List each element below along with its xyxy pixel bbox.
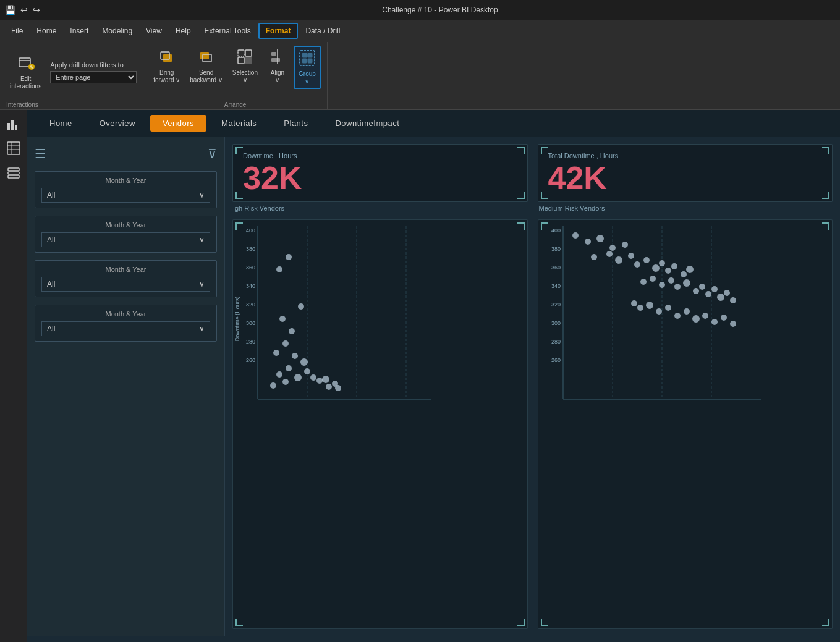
svg-point-104	[711, 286, 718, 292]
redo-icon[interactable]: ↪	[33, 5, 40, 15]
undo-icon[interactable]: ↩	[20, 5, 28, 15]
edit-interactions-button[interactable]: ✎ Editinteractions	[6, 53, 45, 91]
svg-text:340: 340	[551, 283, 560, 289]
menu-view[interactable]: View	[140, 24, 168, 38]
svg-point-117	[711, 319, 718, 325]
svg-point-49	[282, 340, 289, 347]
menu-format[interactable]: Format	[258, 23, 299, 39]
svg-text:260: 260	[551, 357, 560, 363]
edit-interactions-icon: ✎	[17, 54, 35, 75]
svg-text:380: 380	[551, 246, 560, 252]
slicer-1: Month & Year All ∨	[35, 171, 217, 208]
nav-plants[interactable]: Plants	[271, 115, 320, 132]
send-backward-label: Sendbackward ∨	[190, 69, 223, 84]
svg-point-109	[637, 305, 643, 311]
kpi-row: Downtime , Hours 32K Total Downtime , Ho…	[232, 144, 833, 202]
svg-point-116	[702, 313, 708, 319]
svg-rect-17	[308, 53, 312, 57]
send-backward-button[interactable]: Sendbackward ∨	[186, 46, 226, 87]
nav-overview[interactable]: Overview	[87, 115, 148, 132]
slicer-3-select[interactable]: All ∨	[41, 277, 210, 292]
svg-point-63	[326, 384, 332, 390]
svg-text:400: 400	[551, 227, 560, 234]
kpi-downtime-value: 32K	[243, 162, 517, 194]
align-label: Align∨	[271, 69, 284, 84]
sidebar-icon-chart[interactable]	[4, 115, 23, 135]
selection-button[interactable]: Selection∨	[229, 46, 261, 87]
svg-rect-0	[19, 58, 30, 67]
svg-point-82	[622, 242, 628, 248]
slicer-2-select[interactable]: All ∨	[41, 232, 210, 247]
svg-point-101	[693, 288, 699, 294]
dashboard-nav: Home Overview Vendors Materials Plants D…	[27, 110, 840, 137]
svg-point-95	[640, 279, 647, 285]
group-label: Group∨	[299, 70, 316, 85]
edit-interactions-label: Editinteractions	[10, 75, 41, 90]
svg-point-111	[656, 308, 662, 315]
nav-vendors[interactable]: Vendors	[150, 115, 206, 132]
svg-point-110	[646, 302, 653, 309]
slicer-2-title: Month & Year	[41, 221, 210, 229]
arrange-section: Bringforward ∨ Sendbackward ∨	[143, 42, 328, 109]
slicer-3: Month & Year All ∨	[35, 260, 217, 297]
sublabel-high: gh Risk Vendors	[232, 205, 529, 212]
funnel-icon[interactable]: ⊽	[208, 146, 217, 161]
nav-downtime[interactable]: DowntimeImpact	[323, 115, 412, 132]
menu-modeling[interactable]: Modeling	[96, 24, 138, 38]
filter-header: ☰ ⊽	[35, 144, 217, 164]
group-button[interactable]: Group∨	[294, 46, 321, 89]
svg-point-108	[631, 300, 637, 306]
menu-data-drill[interactable]: Data / Drill	[299, 24, 346, 38]
svg-point-119	[730, 321, 736, 327]
kpi-total-value: 42K	[548, 162, 823, 194]
menu-home[interactable]: Home	[30, 24, 62, 38]
interactions-label: Interactions	[6, 99, 137, 108]
menu-file[interactable]: File	[5, 24, 29, 38]
kpi-downtime: Downtime , Hours 32K	[232, 144, 528, 202]
svg-rect-27	[8, 168, 19, 171]
bring-forward-button[interactable]: Bringforward ∨	[150, 46, 184, 87]
svg-point-83	[606, 251, 613, 257]
slicer-4-select[interactable]: All ∨	[41, 321, 210, 336]
svg-text:340: 340	[246, 283, 255, 289]
sidebar-icon-table[interactable]	[4, 138, 23, 158]
svg-rect-14	[271, 58, 280, 62]
arrange-label: Arrange	[224, 99, 247, 108]
nav-home[interactable]: Home	[37, 115, 85, 132]
drill-down-select[interactable]: Entire page	[50, 71, 137, 83]
sublabel-medium: Medium Risk Vendors	[537, 205, 833, 212]
menu-external-tools[interactable]: External Tools	[198, 24, 257, 38]
selection-icon	[236, 48, 253, 68]
svg-point-59	[310, 374, 316, 381]
svg-point-47	[279, 316, 286, 322]
svg-rect-20	[7, 123, 10, 130]
svg-text:380: 380	[246, 246, 255, 252]
svg-point-96	[650, 276, 656, 282]
nav-materials[interactable]: Materials	[209, 115, 269, 132]
hamburger-icon[interactable]: ☰	[35, 146, 46, 161]
slicer-1-select[interactable]: All ∨	[41, 188, 210, 203]
svg-point-106	[724, 290, 730, 296]
svg-rect-8	[238, 50, 244, 56]
menu-help[interactable]: Help	[169, 24, 197, 38]
svg-point-50	[273, 350, 279, 356]
save-icon[interactable]: 💾	[5, 5, 15, 15]
svg-point-78	[572, 232, 579, 239]
sidebar-icon-layers[interactable]	[4, 162, 23, 182]
svg-point-115	[692, 315, 700, 323]
svg-rect-18	[302, 59, 307, 63]
svg-point-92	[671, 263, 677, 269]
svg-point-55	[294, 374, 302, 381]
drill-down-area: Apply drill down filters to Entire page	[50, 61, 137, 83]
svg-point-88	[643, 257, 650, 263]
kpi-downtime-label: Downtime , Hours	[243, 152, 517, 159]
svg-point-112	[665, 305, 671, 311]
svg-text:280: 280	[551, 339, 560, 345]
window-title: Challenge # 10 - Power BI Desktop	[382, 6, 498, 14]
ribbon: ✎ Editinteractions Apply drill down filt…	[0, 42, 840, 110]
left-sidebar	[0, 110, 27, 642]
svg-rect-10	[245, 50, 252, 56]
menu-insert[interactable]: Insert	[64, 24, 95, 38]
svg-point-114	[684, 308, 690, 315]
align-button[interactable]: Align∨	[264, 46, 291, 87]
